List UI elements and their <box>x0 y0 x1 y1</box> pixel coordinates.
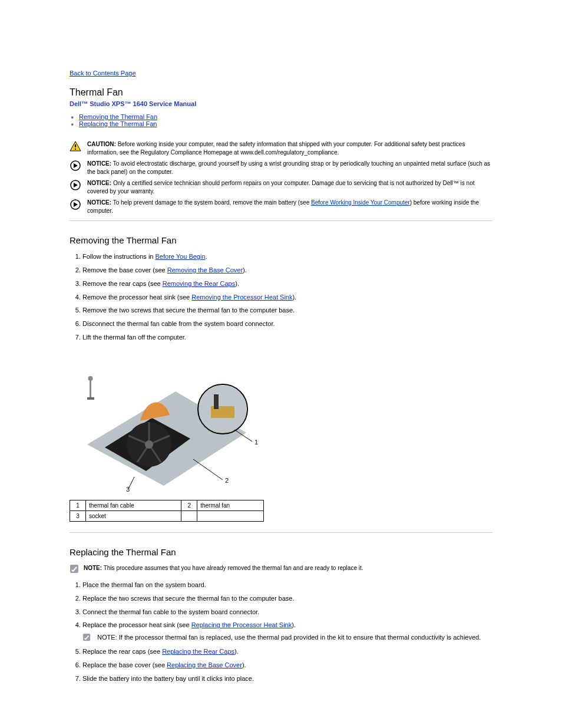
caution-row: CAUTION: Before working inside your comp… <box>70 140 492 156</box>
replacing-base-cover-link[interactable]: Replacing the Base Cover <box>167 661 242 668</box>
divider <box>70 220 492 221</box>
replacing-rear-caps-link[interactable]: Replacing the Rear Caps <box>162 648 234 655</box>
replace-steps: Place the thermal fan on the system boar… <box>70 581 492 683</box>
thermal-fan-figure: 1 2 3 <box>70 356 492 493</box>
divider <box>70 532 492 533</box>
step: Remove the base cover (see Removing the … <box>82 266 492 275</box>
removing-rear-caps-link[interactable]: Removing the Rear Caps <box>163 280 236 287</box>
note-text: NOTE: This procedure assumes that you ha… <box>84 564 363 572</box>
notices-block: CAUTION: Before working inside your comp… <box>70 140 492 215</box>
svg-text:2: 2 <box>225 477 229 484</box>
caution-icon <box>70 140 81 152</box>
remove-steps: Follow the instructions in Before You Be… <box>70 252 492 342</box>
parts-table: 1 thermal fan cable 2 thermal fan 3 sock… <box>70 500 264 522</box>
step: Place the thermal fan on the system boar… <box>82 581 492 589</box>
svg-text:1: 1 <box>254 439 258 446</box>
svg-rect-23 <box>90 380 91 397</box>
notice-row-2: NOTICE: Only a certified service technic… <box>70 179 492 195</box>
notice-icon <box>70 160 81 172</box>
svg-line-28 <box>193 459 223 480</box>
note-row: NOTE: This procedure assumes that you ha… <box>70 564 492 574</box>
table-row: 1 thermal fan cable 2 thermal fan <box>70 500 264 510</box>
note-icon <box>70 564 79 574</box>
svg-rect-32 <box>70 565 78 573</box>
table-row: 3 socket <box>70 510 264 521</box>
svg-point-17 <box>145 440 153 449</box>
notice-icon <box>70 179 81 191</box>
svg-rect-25 <box>87 397 94 400</box>
notice-text-2: NOTICE: Only a certified service technic… <box>87 179 492 195</box>
manual-title: Dell™ Studio XPS™ 1640 Service Manual <box>70 100 492 107</box>
svg-point-24 <box>88 376 93 381</box>
before-you-begin-link[interactable]: Before You Begin <box>156 253 206 260</box>
step: Slide the battery into the battery bay u… <box>82 674 492 683</box>
before-working-link[interactable]: Before Working Inside Your Computer <box>311 199 410 206</box>
svg-rect-22 <box>214 394 219 409</box>
step: Follow the instructions in Before You Be… <box>82 252 492 261</box>
notice-icon <box>70 199 81 210</box>
step: Connect the thermal fan cable to the sys… <box>82 608 492 617</box>
notice-text-1: NOTICE: To avoid electrostatic discharge… <box>87 160 492 176</box>
toc-link-remove[interactable]: Removing the Thermal Fan <box>79 113 157 120</box>
replace-heading: Replacing the Thermal Fan <box>70 547 492 557</box>
step: Replace the two screws that secure the t… <box>82 594 492 603</box>
removing-base-cover-link[interactable]: Removing the Base Cover <box>167 266 243 274</box>
svg-rect-33 <box>83 634 90 641</box>
step: Lift the thermal fan off the computer. <box>82 333 492 342</box>
removing-heatsink-link[interactable]: Removing the Processor Heat Sink <box>191 294 292 301</box>
notice-text-3: NOTICE: To help prevent damage to the sy… <box>87 199 492 215</box>
svg-text:3: 3 <box>126 486 130 492</box>
page-container: Back to Contents Page Thermal Fan Dell™ … <box>0 0 562 728</box>
svg-rect-2 <box>75 149 76 150</box>
step: Replace the rear caps (see Replacing the… <box>82 647 492 656</box>
note-icon <box>82 633 92 643</box>
page-toc-list: Removing the Thermal Fan Replacing the T… <box>71 113 492 127</box>
notice-row-1: NOTICE: To avoid electrostatic discharge… <box>70 160 492 176</box>
step: Disconnect the thermal fan cable from th… <box>82 319 492 328</box>
step: Remove the two screws that secure the th… <box>82 306 492 315</box>
notice-row-3: NOTICE: To help prevent damage to the sy… <box>70 199 492 215</box>
section-heading: Thermal Fan <box>70 87 492 98</box>
remove-heading: Removing the Thermal Fan <box>70 235 492 245</box>
step: Remove the processor heat sink (see Remo… <box>82 293 492 302</box>
replacing-heatsink-link[interactable]: Replacing the Processor Heat Sink <box>191 621 292 628</box>
caution-text: CAUTION: Before working inside your comp… <box>87 140 492 156</box>
step: Remove the rear caps (see Removing the R… <box>82 279 492 288</box>
svg-rect-1 <box>75 144 76 147</box>
step: Replace the base cover (see Replacing th… <box>82 661 492 670</box>
back-to-contents-link[interactable]: Back to Contents Page <box>70 70 136 77</box>
step: Replace the processor heat sink (see Rep… <box>82 621 492 643</box>
toc-link-replace[interactable]: Replacing the Thermal Fan <box>79 120 157 127</box>
